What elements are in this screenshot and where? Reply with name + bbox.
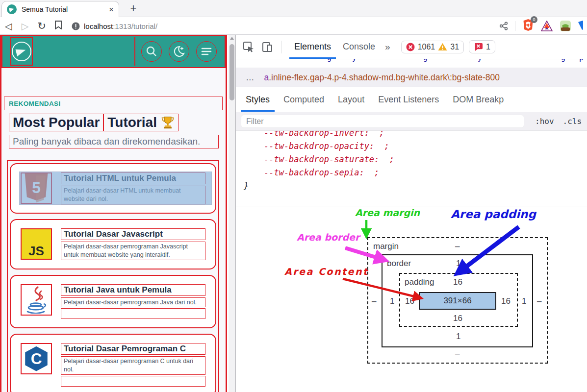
brave-shield-button[interactable]: 0 [522, 19, 534, 33]
tutorial-desc: Pelajari dasar-dasar pemrograman Java da… [61, 297, 205, 308]
annotation-area-margin: Area margin [355, 207, 420, 218]
breadcrumb-ellipsis[interactable]: … [246, 73, 255, 83]
tab-dom-breakpoints[interactable]: DOM Breakp [448, 87, 509, 112]
annotation-area-border: Area border [297, 232, 359, 243]
padding-left-value[interactable]: 16 [405, 296, 414, 306]
bookmark-button[interactable] [50, 21, 67, 32]
menu-button[interactable] [196, 41, 217, 62]
breadcrumb-classes: .inline-flex.gap-4.p-4.shadow-md.bg-whit… [269, 73, 500, 82]
header-spacer [1, 68, 226, 97]
c-logo-icon: C [21, 343, 52, 374]
browser-window: Semua Tutorial × + ◁ ▷ ↻ localhost:1313/… [0, 0, 587, 392]
device-toolbar-icon[interactable] [261, 41, 273, 53]
url-host: localhost [84, 22, 113, 30]
tab-layout[interactable]: Layout [333, 87, 369, 112]
tutorial-card-c[interactable]: C Tutorial Dasar Pemrograman C Pelajari … [10, 334, 216, 392]
moon-star-icon [173, 45, 185, 58]
css-close-brace: } [244, 179, 587, 193]
site-info-icon[interactable] [72, 22, 80, 30]
tutorial-title[interactable]: Tutorial Java untuk Pemula [61, 284, 205, 296]
issues-icon [474, 42, 483, 51]
tutorial-desc: Pelajari dasar-dasar pemrograman Javascr… [61, 242, 205, 260]
breadcrumb-tag: a [264, 73, 269, 82]
issue-count: 1 [486, 43, 490, 51]
box-model-content[interactable]: 391×66 [419, 292, 496, 310]
address-bar[interactable]: localhost:1313/tutorial/ [72, 22, 157, 30]
border-bottom-value[interactable]: 1 [456, 332, 460, 342]
tab-event-listeners[interactable]: Event Listeners [373, 87, 444, 112]
pseudo-state-toggle[interactable]: :hov [535, 117, 554, 126]
page-scrollbar[interactable] [229, 35, 235, 392]
site-preview-pane: REKOMENDASI Most Popular Tutorial Paling… [0, 35, 227, 392]
tutorial-card-html[interactable]: 5 Tutorial HTML untuk Pemula Pelajari da… [10, 163, 216, 214]
java-logo-icon [21, 284, 52, 316]
class-toggle[interactable]: .cls [563, 117, 582, 126]
page-title-accent: Tutorial [103, 114, 179, 131]
tutorial-title[interactable]: Tutorial Dasar Pemrograman C [61, 343, 205, 355]
new-tab-button[interactable]: + [127, 2, 140, 16]
tutorial-card-java[interactable]: Tutorial Java untuk Pemula Pelajari dasa… [10, 275, 216, 329]
reload-button[interactable]: ↻ [33, 20, 50, 32]
tutorial-title[interactable]: Tutorial HTML untuk Pemula [61, 172, 205, 184]
hamburger-icon [200, 45, 213, 58]
tab-strip: Semua Tutorial × + [0, 0, 587, 17]
scroll-up-arrow-icon[interactable] [230, 37, 234, 40]
back-button[interactable]: ◁ [0, 21, 17, 32]
section-label-box: REKOMENDASI [4, 97, 223, 110]
clipped-extension-icon[interactable] [578, 21, 583, 31]
styles-filter-input[interactable] [241, 115, 524, 128]
more-tabs-chevron[interactable]: » [381, 42, 394, 52]
tutorial-desc: Pelajari dasar-dasar HTML untuk membuat … [61, 186, 205, 204]
error-icon [406, 43, 415, 51]
warning-icon [438, 43, 447, 51]
dark-mode-button[interactable] [169, 41, 189, 62]
site-logo[interactable] [10, 37, 33, 66]
issues-badge[interactable]: 1 [469, 40, 495, 53]
css-property-line[interactable]: --tw-backdrop-invert: ; [244, 131, 587, 140]
page-title-accent-text: Tutorial [107, 115, 157, 130]
css-rules-area: --tw-backdrop-invert: ; --tw-backdrop-op… [236, 131, 587, 205]
css-property-line[interactable]: --tw-backdrop-saturate: ; [244, 153, 587, 166]
tab-close-icon[interactable]: × [109, 5, 114, 14]
share-icon[interactable] [499, 22, 508, 30]
padding-bottom-value[interactable]: 16 [453, 314, 462, 323]
graduation-logo-icon [12, 42, 31, 61]
section-label: REKOMENDASI [9, 100, 61, 107]
margin-bottom-value[interactable]: – [455, 349, 459, 359]
css-property-line[interactable]: --tw-backdrop-sepia: ; [244, 166, 587, 179]
tutorial-card-js[interactable]: JS Tutorial Dasar Javascript Pelajari da… [10, 219, 216, 270]
padding-right-value[interactable]: 16 [501, 296, 510, 306]
css-property-line[interactable]: --tw-backdrop-opacity: ; [244, 140, 587, 153]
breadcrumb-selector[interactable]: a.inline-flex.gap-4.p-4.shadow-md.bg-whi… [264, 73, 500, 83]
page-title-main: Most Popular [9, 114, 103, 131]
border-top-value[interactable]: 1 [456, 259, 460, 269]
scrollbar-thumb[interactable] [230, 44, 234, 100]
tab-console[interactable]: Console [337, 35, 381, 59]
margin-top-value[interactable]: – [455, 242, 459, 251]
bat-rewards-icon[interactable] [541, 21, 553, 31]
tab-computed[interactable]: Computed [279, 87, 329, 112]
page-subtitle: Paling banyak dibaca dan direkomendasika… [9, 135, 219, 148]
margin-label: margin [373, 242, 399, 251]
tutorial-list: 5 Tutorial HTML untuk Pemula Pelajari da… [7, 160, 219, 392]
padding-top-value[interactable]: 16 [453, 277, 462, 287]
empty-meta-box [61, 308, 205, 319]
search-button[interactable] [141, 41, 162, 62]
extension-icon[interactable] [560, 20, 571, 32]
browser-tab[interactable]: Semua Tutorial × [1, 1, 119, 17]
tutorial-title[interactable]: Tutorial Dasar Javascript [61, 228, 205, 240]
border-right-value[interactable]: 1 [522, 296, 526, 306]
site-header [1, 35, 226, 68]
border-left-value[interactable]: 1 [390, 296, 394, 306]
annotation-area-padding: Area padding [451, 208, 536, 220]
margin-left-value[interactable]: – [372, 296, 376, 306]
tab-elements[interactable]: Elements [288, 35, 337, 59]
margin-right-value[interactable]: – [537, 296, 541, 306]
clipped-dom-tree-row: gygygp [236, 59, 587, 68]
styles-panel-tabs: Styles Computed Layout Event Listeners D… [236, 87, 587, 112]
annotation-area-content: Area Content [284, 266, 369, 277]
tab-styles[interactable]: Styles [241, 87, 275, 112]
forward-button[interactable]: ▷ [17, 21, 33, 32]
console-status-badges[interactable]: 1061 31 [401, 41, 464, 53]
inspect-element-icon[interactable] [243, 41, 255, 53]
